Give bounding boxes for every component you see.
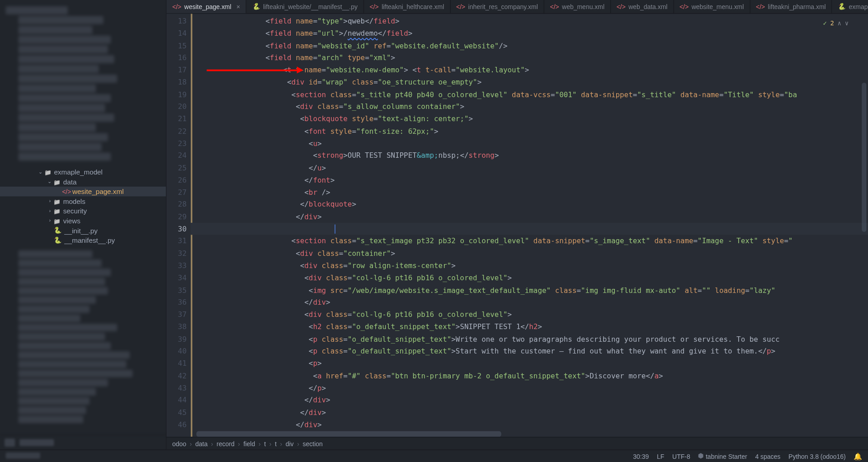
tab-label: website_menu.xml [692,3,744,10]
inspection-down-icon[interactable]: ∨ [845,17,849,29]
xml-file-icon: </> [456,3,465,10]
sidebar-blur-bottom [0,245,166,434]
tab-label: web_menu.xml [562,3,604,10]
tab-0[interactable]: </>wesite_page.xml× [166,0,246,13]
breadcrumb-item[interactable]: data [195,440,208,447]
file-tree[interactable]: ⌄exmaple_model ⌄data </>wesite_page.xml … [0,167,166,245]
breadcrumbs[interactable]: odoo›data›record›field›t›t›div›section [166,437,868,449]
tab-label: web_data.xml [628,3,667,10]
horizontal-scrollbar[interactable] [196,431,501,437]
sidebar-blur-top [0,0,166,167]
xml-file-icon: </> [756,3,765,10]
notifications-icon[interactable]: 🔔 [854,452,862,460]
status-line-sep[interactable]: LF [657,453,664,459]
check-icon: ✓ [823,17,827,29]
tab-label: inherit_res_company.xml [468,3,538,10]
inspection-widget[interactable]: ✓ 2 ∧ ∨ [821,16,851,31]
status-interpreter[interactable]: Python 3.8 (odoo16) [788,453,846,459]
breadcrumb-item[interactable]: odoo [172,440,186,447]
breadcrumb-item[interactable]: t [275,440,277,447]
xml-file-icon: </> [172,3,181,10]
py-file-icon: 🐍 [838,3,846,10]
status-position[interactable]: 30:39 [633,453,649,459]
tree-file-init[interactable]: 🐍__init__.py [0,226,166,236]
breadcrumb-sep: › [211,440,213,447]
tab-label: lifteakni_website/__manifest__.py [263,3,358,10]
xml-file-icon: </> [370,3,379,10]
breadcrumb-item[interactable]: t [264,440,266,447]
sidebar: ⌄exmaple_model ⌄data </>wesite_page.xml … [0,0,166,449]
xml-file-icon: </> [550,3,559,10]
vertical-scrollbar[interactable] [862,83,866,232]
status-indent[interactable]: 4 spaces [755,453,780,459]
breadcrumb-sep: › [259,440,261,447]
tab-label: lifteakni_pharma.xml [768,3,826,10]
code-area[interactable]: 1314151617181920212223242526272829303132… [166,14,868,437]
tab-label: wesite_page.xml [184,3,231,10]
editor: </>wesite_page.xml×🐍lifteakni_website/__… [166,0,868,449]
close-icon[interactable]: × [236,3,240,10]
tab-bar[interactable]: </>wesite_page.xml×🐍lifteakni_website/__… [166,0,868,14]
py-file-icon: 🐍 [252,3,260,10]
tab-2[interactable]: </>lifteakni_helthcare.xml [364,0,450,13]
tab-3[interactable]: </>inherit_res_company.xml [450,0,544,13]
breadcrumb-sep: › [190,440,192,447]
sidebar-footer [0,434,166,449]
breadcrumb-item[interactable]: div [286,440,294,447]
tab-4[interactable]: </>web_menu.xml [544,0,611,13]
tree-folder-exmaple-model[interactable]: ⌄exmaple_model [0,167,166,177]
annotation-red-arrow [207,70,302,71]
current-line-highlight [191,223,868,235]
breadcrumb-sep: › [238,440,240,447]
xml-file-icon: </> [617,3,626,10]
tab-7[interactable]: </>lifteakni_pharma.xml [750,0,832,13]
tab-5[interactable]: </>web_data.xml [611,0,674,13]
breadcrumb-item[interactable]: field [244,440,255,447]
breadcrumb-sep: › [269,440,272,447]
tree-file-wesite-page[interactable]: </>wesite_page.xml [0,187,166,197]
status-encoding[interactable]: UTF-8 [672,453,690,459]
tab-label: exmaple_model/__manifest_... [849,3,868,10]
tab-8[interactable]: 🐍exmaple_model/__manifest_... [832,0,868,13]
inspection-up-icon[interactable]: ∧ [838,17,841,29]
tree-folder-views[interactable]: ›views [0,216,166,226]
status-bar: 30:39 LF UTF-8 ⬢tabnine Starter 4 spaces… [0,449,868,462]
breadcrumb-item[interactable]: record [217,440,235,447]
status-tabnine[interactable]: ⬢tabnine Starter [698,453,747,460]
breadcrumb-sep: › [297,440,299,447]
xml-file-icon: </> [679,3,689,10]
breadcrumb-item[interactable]: section [303,440,323,447]
breadcrumb-sep: › [280,440,282,447]
tree-file-manifest[interactable]: 🐍__manifest__.py [0,236,166,245]
tab-6[interactable]: </>website_menu.xml [674,0,750,13]
warning-count: 2 [830,17,834,29]
tree-folder-models[interactable]: ›models [0,196,166,206]
gutter: 1314151617181920212223242526272829303132… [166,14,190,437]
tree-folder-data[interactable]: ⌄data [0,177,166,187]
tree-folder-security[interactable]: ›security [0,206,166,216]
tab-1[interactable]: 🐍lifteakni_website/__manifest__.py [246,0,364,13]
tab-label: lifteakni_helthcare.xml [382,3,444,10]
